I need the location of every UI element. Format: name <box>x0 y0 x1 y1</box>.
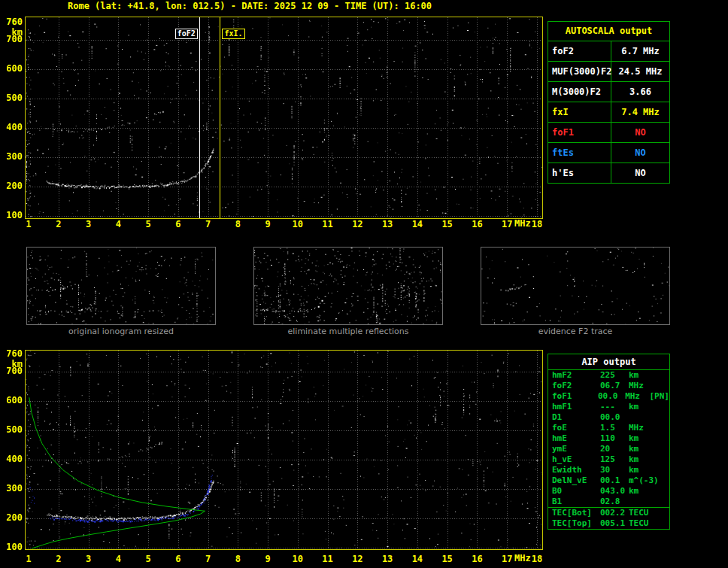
parameter-unit: km <box>629 444 654 454</box>
parameter-label: D1 <box>552 412 600 423</box>
thumbnail-evidence-canvas <box>481 248 669 324</box>
parameter-label: hmF2 <box>552 370 600 381</box>
aip-output-table: AIP output hmF2225kmfoF206.7MHzfoF100.0M… <box>548 354 670 530</box>
parameter-label: foF1 <box>552 391 598 402</box>
parameter-unit: TECU <box>629 508 654 518</box>
parameter-unit: km <box>629 433 654 444</box>
parameter-label: fxI <box>548 102 611 122</box>
thumbnail-caption-evidence: evidence F2 trace <box>481 327 670 336</box>
parameter-flag <box>654 402 669 412</box>
profile-ionogram-canvas <box>26 351 542 549</box>
parameter-label: foF2 <box>548 41 611 61</box>
x-axis-tick-label: 6 <box>169 554 187 564</box>
autoscala-row-ftes: ftEsNO <box>548 142 669 163</box>
marker-label-fof2: foF2 <box>175 29 198 39</box>
parameter-value: 00.0 <box>598 391 625 402</box>
parameter-label: DelN_vE <box>552 475 600 486</box>
parameter-value: 3.66 <box>611 82 669 102</box>
x-axis-tick-label: 11 <box>319 220 337 229</box>
parameter-flag <box>654 412 669 423</box>
aip-row-hve: h_vE125km <box>548 454 669 465</box>
x-axis-tick-label: 9 <box>259 554 277 564</box>
parameter-value: 02.8 <box>600 497 629 507</box>
x-axis-tick-label: 2 <box>50 220 68 229</box>
parameter-label: Ewidth <box>552 465 600 475</box>
parameter-flag <box>654 370 669 381</box>
parameter-unit: MHz <box>629 381 654 391</box>
parameter-label: ymE <box>552 444 600 454</box>
autoscala-output-table: AUTOSCALA output foF26.7 MHzMUF(3000)F22… <box>548 21 670 184</box>
aip-row-tectop: TEC[Top]005.1TECU <box>548 518 669 529</box>
y-axis-tick-label: 200 <box>0 181 23 191</box>
y-axis-tick-label: 600 <box>0 396 23 405</box>
profile-ionogram-plot <box>25 350 543 550</box>
x-axis-tick-label: 7 <box>199 554 217 564</box>
parameter-label: MUF(3000)F2 <box>548 62 611 81</box>
thumbnail-original-ionogram <box>26 247 216 325</box>
x-axis-tick-label: 15 <box>438 220 457 229</box>
y-axis-tick-label: 600 <box>0 64 23 74</box>
x-axis-tick-label: 12 <box>348 220 366 229</box>
thumbnail-original-canvas <box>27 248 215 324</box>
x-axis-tick-label: 6 <box>169 220 187 229</box>
x-axis-tick-label: 7 <box>199 220 217 229</box>
parameter-flag <box>654 444 669 454</box>
parameter-value: --- <box>600 402 629 412</box>
x-axis-tick-label: 14 <box>408 554 426 564</box>
parameter-label: B0 <box>552 486 600 497</box>
x-axis-tick-label: 1 <box>20 554 38 564</box>
x-axis-tick-label: 11 <box>319 554 337 564</box>
parameter-value: NO <box>611 143 669 163</box>
aip-table-header: AIP output <box>548 354 669 370</box>
parameter-value: 20 <box>600 444 629 454</box>
x-axis-tick-label: 4 <box>109 220 127 229</box>
thumbnail-eliminate-reflections <box>253 247 443 325</box>
parameter-value: 7.4 MHz <box>611 102 669 122</box>
x-axis-tick-label: 8 <box>229 220 247 229</box>
x-axis-tick-label: 5 <box>139 554 157 564</box>
thumbnail-evidence-f2 <box>481 247 670 325</box>
x-axis-tick-label: 15 <box>438 554 457 564</box>
parameter-unit: m^(-3) <box>629 475 654 486</box>
thumbnail-eliminate-canvas <box>254 248 442 324</box>
parameter-value: 6.7 MHz <box>611 41 669 61</box>
aip-row-ewidth: Ewidth30km <box>548 465 669 475</box>
x-axis-tick-label: 10 <box>289 554 307 564</box>
aip-row-b0: B0043.0km <box>548 486 669 497</box>
x-axis-unit-label: MHz <box>514 219 531 229</box>
parameter-flag <box>654 381 669 391</box>
parameter-value: 06.7 <box>600 381 629 391</box>
y-axis-tick-label: 500 <box>0 93 23 103</box>
y-axis-tick-label: 200 <box>0 513 23 523</box>
aip-row-b1: B102.8 <box>548 497 669 507</box>
parameter-value: 110 <box>600 433 629 444</box>
aip-row-hmf2: hmF2225km <box>548 370 669 381</box>
y-axis-tick-label: 700 <box>0 35 23 44</box>
autoscala-table-body: foF26.7 MHzMUF(3000)F224.5 MHzM(3000)F23… <box>548 41 669 183</box>
parameter-label: B1 <box>552 497 600 507</box>
x-axis-tick-label: 13 <box>378 220 396 229</box>
x-axis-tick-label: 4 <box>109 554 127 564</box>
parameter-unit: TECU <box>629 518 654 529</box>
parameter-flag <box>654 518 669 529</box>
aip-row-hmf1: hmF1---km <box>548 402 669 412</box>
y-axis-tick-label: 400 <box>0 123 23 132</box>
y-axis-tick-label: 500 <box>0 425 23 435</box>
parameter-label: hmF1 <box>552 402 600 412</box>
y-axis-tick-label: 100 <box>0 542 23 552</box>
aip-row-fof1: foF100.0MHz[PN] <box>548 391 669 402</box>
parameter-value: 225 <box>600 370 629 381</box>
parameter-value: 1.5 <box>600 423 629 433</box>
parameter-unit: km <box>629 486 654 497</box>
parameter-value: 24.5 MHz <box>611 62 669 81</box>
autoscala-screen: { "title": "Rome (lat: +41.8, lon: 012.5… <box>0 0 728 568</box>
scaled-ionogram-canvas <box>26 17 542 218</box>
parameter-value: 00.1 <box>600 475 629 486</box>
parameter-unit: km <box>629 454 654 465</box>
parameter-unit: km <box>629 402 654 412</box>
parameter-label: foF2 <box>552 381 600 391</box>
x-axis-tick-label: 17 <box>498 554 516 564</box>
parameter-unit <box>629 412 654 423</box>
autoscala-row-fxi: fxI7.4 MHz <box>548 102 669 122</box>
autoscala-row-fof1: foF1NO <box>548 122 669 142</box>
